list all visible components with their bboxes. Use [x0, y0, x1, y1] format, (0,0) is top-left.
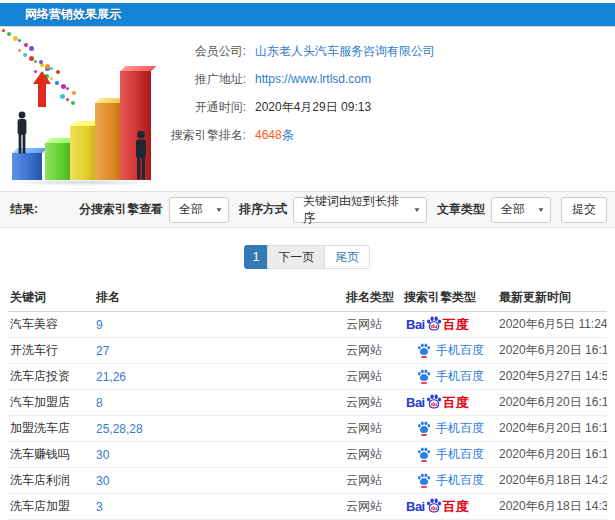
- mobile-baidu-paw-icon: [417, 421, 431, 436]
- confetti-dot: [60, 94, 65, 99]
- engine-cell: Bai du 百度: [402, 368, 497, 385]
- keyword-cell: 开洗车行: [8, 342, 94, 359]
- updated-time-cell: 2020年6月20日 16:12: [497, 446, 607, 463]
- svg-text:du: du: [430, 505, 438, 511]
- header-keyword: 关键词: [8, 289, 94, 306]
- keyword-cell: 加盟洗车店: [8, 420, 94, 437]
- confetti-dot: [18, 49, 21, 52]
- baidu-paw-icon: du: [426, 316, 442, 331]
- up-arrow-icon: [33, 71, 51, 107]
- mobile-baidu-label: 手机百度: [436, 472, 484, 489]
- keyword-cell: 洗车店利润: [8, 472, 94, 489]
- sort-value: 关键词由短到长排序: [303, 193, 408, 227]
- svg-text:du: du: [430, 401, 438, 407]
- confetti-dot: [61, 84, 66, 89]
- rank-type-cell: 云网站: [344, 394, 402, 411]
- confetti-dot: [7, 32, 11, 36]
- keyword-cell: 洗车店加盟: [8, 498, 94, 515]
- confetti-dot: [66, 87, 69, 90]
- baidu-mobile-logo: 手机百度: [404, 368, 497, 385]
- rank-type-cell: 云网站: [344, 316, 402, 333]
- rank-type-cell: 云网站: [344, 446, 402, 463]
- sort-select[interactable]: 关键词由短到长排序 ▼: [293, 197, 427, 223]
- header-rank: 排名: [94, 289, 344, 306]
- rank-count-number: 4648: [255, 128, 282, 142]
- info-row-company: 会员公司: 山东老人头汽车服务咨询有限公司: [118, 37, 435, 65]
- info-row-rank-count: 搜索引擎排名: 4648条: [118, 121, 435, 149]
- engine-filter-value: 全部: [179, 201, 203, 218]
- page-1-button[interactable]: 1: [244, 245, 269, 269]
- baidu-logo: Bai du 百度: [404, 394, 497, 412]
- member-info-section: 会员公司: 山东老人头汽车服务咨询有限公司 推广地址: https://www.…: [0, 27, 615, 191]
- keyword-cell: 洗车店投资: [8, 368, 94, 385]
- mobile-baidu-label: 手机百度: [436, 342, 484, 359]
- article-type-select[interactable]: 全部 ▼: [491, 197, 551, 223]
- confetti-dot: [18, 39, 21, 42]
- updated-time-cell: 2020年6月20日 16:16: [497, 342, 607, 359]
- baidu-logo-bai-text: Bai: [406, 317, 425, 332]
- table-row: 汽车美容 9 云网站 Bai du 百度: [8, 312, 607, 338]
- confetti-dot: [71, 101, 75, 105]
- engine-cell: Bai du 百度: [402, 472, 497, 489]
- updated-time-cell: 2020年6月18日 14:27: [497, 472, 607, 489]
- engine-filter-label: 分搜索引擎查看: [79, 201, 163, 218]
- table-row: 加盟洗车店 25,28,28 云网站 Bai du 百度: [8, 416, 607, 442]
- baidu-logo-cn-text: 百度: [443, 316, 469, 334]
- next-page-button[interactable]: 下一页: [267, 245, 325, 269]
- engine-cell: Bai du 百度: [402, 394, 497, 412]
- submit-button[interactable]: 提交: [561, 197, 607, 223]
- baidu-mobile-logo: 手机百度: [404, 342, 497, 359]
- confetti-dot: [13, 36, 18, 41]
- info-row-url: 推广地址: https://www.lrtlsd.com: [118, 65, 435, 93]
- confetti-dot: [29, 46, 34, 51]
- engine-filter-select[interactable]: 全部 ▼: [169, 197, 229, 223]
- result-label: 结果:: [10, 201, 38, 218]
- header-rank-type: 排名类型: [344, 289, 402, 306]
- businessman-left-icon: [14, 111, 30, 154]
- engine-cell: Bai du 百度: [402, 446, 497, 463]
- baidu-logo-cn-text: 百度: [443, 394, 469, 412]
- table-row: 洗车店加盟 3 云网站 Bai du 百度: [8, 494, 607, 520]
- confetti-dot: [34, 60, 37, 63]
- baidu-logo-bai-text: Bai: [406, 499, 425, 514]
- table-row: 洗车赚钱吗 30 云网站 Bai du 百度: [8, 442, 607, 468]
- open-time-label: 开通时间:: [118, 99, 246, 116]
- rank-count-unit: 条: [282, 128, 294, 142]
- chevron-down-icon: ▼: [537, 206, 545, 213]
- baidu-paw-icon: du: [426, 394, 442, 409]
- chevron-down-icon: ▼: [215, 206, 223, 213]
- confetti-dot: [55, 81, 59, 85]
- confetti-dot: [23, 53, 27, 57]
- engine-cell: Bai du 百度: [402, 316, 497, 334]
- table-header-row: 关键词 排名 排名类型 搜索引擎类型 最新更新时间: [8, 283, 607, 312]
- sort-label: 排序方式: [239, 201, 287, 218]
- engine-cell: Bai du 百度: [402, 342, 497, 359]
- article-type-label: 文章类型: [437, 201, 485, 218]
- table-body: 汽车美容 9 云网站 Bai du 百度: [8, 312, 607, 520]
- table-row: 开洗车行 27 云网站 Bai du 百度: [8, 338, 607, 364]
- chevron-down-icon: ▼: [413, 206, 421, 213]
- baidu-logo: Bai du 百度: [404, 498, 497, 516]
- table-row: 洗车店投资 21,26 云网站 Bai du 百度: [8, 364, 607, 390]
- rank-cell: 8: [94, 396, 344, 410]
- promo-url-link[interactable]: https://www.lrtlsd.com: [255, 72, 371, 86]
- rank-cell: 25,28,28: [94, 422, 344, 436]
- rank-cell: 9: [94, 318, 344, 332]
- baidu-mobile-logo: 手机百度: [404, 446, 497, 463]
- baidu-logo-cn-text: 百度: [443, 498, 469, 516]
- mobile-baidu-paw-icon: [417, 343, 431, 358]
- updated-time-cell: 2020年6月18日 14:30: [497, 498, 607, 515]
- rank-type-cell: 云网站: [344, 420, 402, 437]
- keyword-cell: 汽车加盟店: [8, 394, 94, 411]
- rank-cell: 27: [94, 344, 344, 358]
- page-title: 网络营销效果展示: [25, 6, 121, 23]
- rank-cell: 21,26: [94, 370, 344, 384]
- confetti-dot: [72, 91, 76, 95]
- confetti-dot: [66, 98, 69, 101]
- last-page-button[interactable]: 尾页: [324, 245, 370, 269]
- confetti-dot: [50, 67, 53, 70]
- promo-url-label: 推广地址:: [118, 71, 246, 88]
- header-updated-time: 最新更新时间: [497, 289, 607, 306]
- baidu-logo-bai-text: Bai: [406, 395, 425, 410]
- keyword-rank-table: 关键词 排名 排名类型 搜索引擎类型 最新更新时间 汽车美容 9 云网站 Bai: [8, 283, 607, 520]
